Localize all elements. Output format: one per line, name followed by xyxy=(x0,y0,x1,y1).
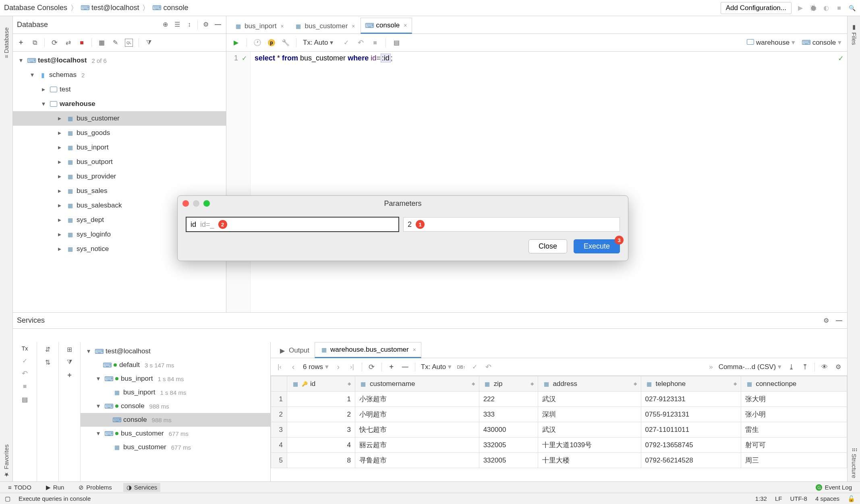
sort-icon[interactable]: ◆ xyxy=(734,381,737,386)
run-tool-tab[interactable]: ▶ Run xyxy=(43,483,68,492)
close-icon[interactable]: × xyxy=(413,346,416,353)
minimize-window-icon[interactable] xyxy=(193,200,199,207)
cancel-icon[interactable] xyxy=(371,39,379,47)
tx-mode-dropdown[interactable]: Tx: Auto xyxy=(303,39,336,47)
reload-icon[interactable] xyxy=(368,363,376,371)
execute-icon[interactable] xyxy=(232,39,240,47)
favorites-tool-tab[interactable]: ★ Favorites xyxy=(3,441,10,481)
table-row[interactable]: 58寻鲁超市332005十里大楼0792-56214528周三 xyxy=(271,453,847,468)
run-icon[interactable] xyxy=(796,4,804,12)
sort-icon[interactable]: ◆ xyxy=(634,381,637,386)
edit-icon[interactable]: ✎ xyxy=(111,39,119,47)
caret-position[interactable]: 1:32 xyxy=(755,495,767,502)
first-page-icon[interactable] xyxy=(276,363,284,371)
last-page-icon[interactable] xyxy=(348,363,356,371)
history-icon[interactable] xyxy=(253,39,261,47)
parameter-selector[interactable]: id id=_ 2 xyxy=(186,217,399,232)
add-icon[interactable] xyxy=(17,39,25,47)
sync-icon[interactable]: ⇄ xyxy=(64,39,72,47)
event-log-tool-tab[interactable]: G Event Log xyxy=(812,483,855,492)
breadcrumb-item[interactable]: console xyxy=(153,4,188,12)
output-tab[interactable]: ▶Output xyxy=(273,343,315,358)
new-icon[interactable]: ⊕ xyxy=(161,21,169,29)
problems-tool-tab[interactable]: ⊘ Problems xyxy=(75,483,115,492)
sort-icon[interactable]: ◆ xyxy=(531,381,534,386)
sql-editor[interactable]: 1 ✓ select * from bus_customer where id=… xyxy=(226,52,847,312)
editor-tab[interactable]: ▦bus_inport× xyxy=(229,19,289,33)
structure-tool-tab[interactable]: ⠿ Structure xyxy=(850,444,858,481)
indent-setting[interactable]: 4 spaces xyxy=(815,495,839,502)
result-grid[interactable]: ▦🔑id◆ ▦customername◆ ▦zip◆ ▦address◆ ▦te… xyxy=(271,376,847,481)
services-tree[interactable]: test@localhost default3 s 147 ms bus_inp… xyxy=(81,342,270,481)
collapse-icon[interactable]: ☰ xyxy=(173,21,181,29)
export-dropdown[interactable]: Comma-…d (CSV) ▾ xyxy=(719,363,781,371)
file-encoding[interactable]: UTF-8 xyxy=(790,495,807,502)
close-window-icon[interactable] xyxy=(182,200,189,207)
stop-icon[interactable] xyxy=(78,39,86,47)
table-icon[interactable]: ▦ xyxy=(97,39,106,47)
sort-icon[interactable]: ◆ xyxy=(348,381,351,386)
execute-button[interactable]: Execute3 xyxy=(574,239,620,253)
view-icon[interactable]: ▤ xyxy=(392,39,400,47)
table-row[interactable]: 33快七超市430000武汉027-11011011雷生 xyxy=(271,422,847,438)
remove-row-icon[interactable] xyxy=(401,363,409,371)
more-icon[interactable]: » xyxy=(709,363,713,371)
table-row[interactable]: 44丽云超市332005十里大道1039号0792-13658745射可可 xyxy=(271,438,847,453)
rollback-icon[interactable] xyxy=(356,39,365,47)
services-tool-tab[interactable]: ◑ Services xyxy=(123,483,161,492)
close-icon[interactable]: × xyxy=(352,23,355,29)
tx-mode-dropdown[interactable]: Tx: Auto ▾ xyxy=(421,363,452,371)
parameter-value-input[interactable]: 2 1 xyxy=(403,217,620,232)
breadcrumb-item[interactable]: Database Consoles xyxy=(4,4,67,12)
add-row-icon[interactable] xyxy=(388,363,396,371)
scroll-icon[interactable]: ↕ xyxy=(185,21,193,29)
view-icon[interactable] xyxy=(821,363,829,371)
result-tab-active[interactable]: ▦warehouse.bus_customer× xyxy=(315,342,421,358)
refresh-icon[interactable] xyxy=(50,39,58,47)
add-icon[interactable] xyxy=(66,371,74,379)
close-button[interactable]: Close xyxy=(528,239,567,253)
lock-icon[interactable]: 🔓 xyxy=(848,495,855,502)
collapse-all-icon[interactable]: ⇅ xyxy=(44,358,52,366)
wrench-icon[interactable] xyxy=(282,39,290,47)
files-tool-tab[interactable]: ▮ Files xyxy=(850,20,858,48)
hide-icon[interactable] xyxy=(214,21,222,29)
coverage-icon[interactable]: ◐ xyxy=(822,4,830,12)
rollback-icon[interactable] xyxy=(485,363,493,371)
filter-icon[interactable] xyxy=(145,39,153,47)
duplicate-icon[interactable]: ⧉ xyxy=(31,39,39,47)
todo-tool-tab[interactable]: ≡ TODO xyxy=(5,483,35,492)
upload-icon[interactable] xyxy=(801,363,809,371)
breadcrumb-item[interactable]: test@localhost xyxy=(81,4,139,12)
expand-all-icon[interactable]: ⇵ xyxy=(44,345,52,353)
rows-dropdown[interactable]: 6 rows ▾ xyxy=(303,363,329,371)
close-icon[interactable]: × xyxy=(404,22,407,29)
database-tool-tab[interactable]: Database xyxy=(3,24,10,62)
editor-tab[interactable]: ▦bus_customer× xyxy=(289,19,361,33)
quick-list-icon[interactable]: ▢ xyxy=(5,495,10,502)
commit-icon[interactable] xyxy=(21,357,29,365)
gear-icon[interactable] xyxy=(834,363,842,371)
close-icon[interactable]: × xyxy=(280,23,284,29)
hide-icon[interactable] xyxy=(835,317,843,325)
target-session-dropdown[interactable]: console ▾ xyxy=(802,38,841,47)
layout-icon[interactable]: ▤ xyxy=(21,395,29,403)
target-schema-dropdown[interactable]: warehouse ▾ xyxy=(747,38,795,47)
rollback-icon[interactable] xyxy=(21,369,29,377)
gear-icon[interactable] xyxy=(202,21,210,29)
table-row[interactable]: 11小张超市222武汉027-9123131张大明 xyxy=(271,392,847,407)
cancel-icon[interactable] xyxy=(21,382,29,390)
prev-page-icon[interactable] xyxy=(289,363,297,371)
gear-icon[interactable] xyxy=(822,317,830,325)
database-tree[interactable]: test@localhost2 of 6 ▮schemas2 test ware… xyxy=(13,52,226,312)
filter-icon[interactable]: ⧩ xyxy=(66,358,74,366)
line-separator[interactable]: LF xyxy=(775,495,782,502)
editor-tab-active[interactable]: console× xyxy=(361,18,412,34)
sort-icon[interactable]: ◆ xyxy=(472,381,475,386)
show-plan-icon[interactable] xyxy=(268,39,275,46)
editor-code[interactable]: select * from bus_customer where id=:id; xyxy=(251,52,847,312)
add-configuration-button[interactable]: Add Configuration... xyxy=(721,2,792,14)
commit-icon[interactable] xyxy=(471,363,479,371)
stop-icon[interactable] xyxy=(835,4,843,12)
window-controls[interactable] xyxy=(182,200,210,207)
